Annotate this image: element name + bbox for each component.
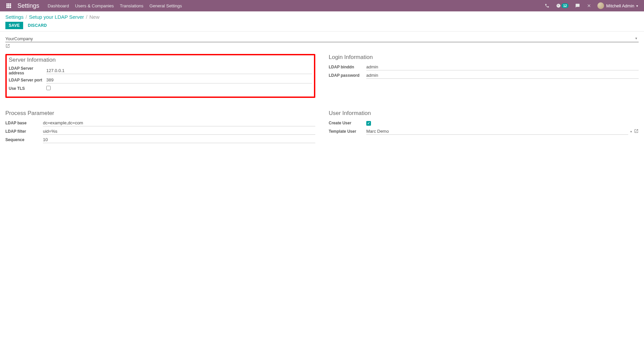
app-title[interactable]: Settings bbox=[14, 2, 45, 9]
discard-button[interactable]: Discard bbox=[25, 22, 50, 29]
breadcrumb-ldap[interactable]: Setup your LDAP Server bbox=[29, 14, 84, 20]
use-tls-row: Use TLS bbox=[9, 85, 312, 92]
svg-rect-3 bbox=[6, 5, 8, 6]
save-button[interactable]: Save bbox=[5, 22, 23, 29]
external-link-icon[interactable] bbox=[5, 44, 10, 49]
ldap-port-row: LDAP Server port bbox=[9, 76, 312, 84]
breadcrumb-sep: / bbox=[86, 14, 87, 20]
ldap-port-label: LDAP Server port bbox=[9, 78, 46, 82]
login-info-title: Login Information bbox=[329, 54, 639, 61]
bottom-columns: Process Parameter LDAP base LDAP filter … bbox=[5, 107, 639, 144]
ldap-port-input[interactable] bbox=[46, 77, 312, 83]
template-user-input[interactable] bbox=[366, 128, 628, 135]
control-panel: Settings / Setup your LDAP Server / New … bbox=[0, 11, 644, 32]
top-columns: Server Information LDAP Server address L… bbox=[5, 54, 639, 103]
ldap-address-row: LDAP Server address bbox=[9, 66, 312, 75]
caret-down-icon: ▾ bbox=[636, 4, 638, 8]
activity-badge: 12 bbox=[561, 3, 569, 8]
template-user-label: Template User bbox=[329, 129, 366, 134]
breadcrumb: Settings / Setup your LDAP Server / New bbox=[5, 14, 639, 20]
breadcrumb-sep: / bbox=[25, 14, 27, 20]
ldap-binddn-label: LDAP binddn bbox=[329, 65, 366, 69]
col-right-top: Login Information LDAP binddn LDAP passw… bbox=[329, 54, 639, 103]
navbar-right: 12 Mitchell Admin ▾ bbox=[541, 2, 641, 9]
ldap-binddn-row: LDAP binddn bbox=[329, 63, 639, 71]
create-user-row: Create User ✓ bbox=[329, 119, 639, 127]
svg-rect-4 bbox=[8, 5, 9, 6]
ldap-base-label: LDAP base bbox=[5, 121, 43, 125]
avatar bbox=[597, 2, 604, 9]
create-user-label: Create User bbox=[329, 121, 366, 125]
ldap-filter-label: LDAP filter bbox=[5, 129, 43, 134]
svg-rect-7 bbox=[8, 7, 9, 8]
form-sheet: Server Information LDAP Server address L… bbox=[0, 32, 644, 153]
activity-icon[interactable]: 12 bbox=[553, 3, 572, 8]
nav-dashboard[interactable]: Dashboard bbox=[45, 3, 72, 8]
svg-rect-6 bbox=[6, 7, 8, 8]
ldap-address-input[interactable] bbox=[46, 68, 312, 74]
ldap-address-label: LDAP Server address bbox=[9, 66, 46, 75]
use-tls-label: Use TLS bbox=[9, 86, 46, 91]
apps-icon[interactable] bbox=[3, 3, 14, 8]
sequence-input[interactable] bbox=[43, 137, 315, 143]
server-info-title: Server Information bbox=[9, 57, 312, 63]
ldap-password-input[interactable] bbox=[366, 72, 639, 79]
ldap-base-row: LDAP base bbox=[5, 119, 315, 127]
breadcrumb-current: New bbox=[90, 14, 100, 20]
col-left-top: Server Information LDAP Server address L… bbox=[5, 54, 315, 103]
company-input[interactable] bbox=[5, 36, 639, 42]
col-right-bottom: User Information Create User ✓ Template … bbox=[329, 110, 639, 144]
sequence-label: Sequence bbox=[5, 137, 43, 142]
ldap-binddn-input[interactable] bbox=[366, 64, 639, 70]
template-user-row: Template User ▾ bbox=[329, 128, 639, 135]
navbar: Settings Dashboard Users & Companies Tra… bbox=[0, 0, 644, 11]
phone-icon[interactable] bbox=[541, 3, 553, 8]
user-info-title: User Information bbox=[329, 110, 639, 117]
ldap-filter-row: LDAP filter bbox=[5, 128, 315, 135]
sequence-row: Sequence bbox=[5, 136, 315, 143]
external-link-icon[interactable] bbox=[634, 129, 639, 134]
nav-translations[interactable]: Translations bbox=[117, 3, 146, 8]
svg-rect-0 bbox=[6, 3, 8, 5]
nav-links: Dashboard Users & Companies Translations… bbox=[45, 3, 185, 8]
user-name: Mitchell Admin bbox=[606, 3, 634, 8]
col-left-bottom: Process Parameter LDAP base LDAP filter … bbox=[5, 110, 315, 144]
ldap-password-row: LDAP password bbox=[329, 72, 639, 79]
chevron-down-icon[interactable]: ▾ bbox=[630, 130, 632, 133]
close-icon[interactable] bbox=[583, 3, 595, 8]
svg-rect-2 bbox=[10, 3, 11, 5]
svg-rect-1 bbox=[8, 3, 9, 5]
server-info-group: Server Information LDAP Server address L… bbox=[5, 54, 315, 98]
create-user-checkbox[interactable]: ✓ bbox=[366, 121, 371, 126]
nav-general-settings[interactable]: General Settings bbox=[147, 3, 185, 8]
buttons-row: Save Discard bbox=[5, 22, 639, 29]
svg-rect-5 bbox=[10, 5, 11, 6]
ldap-filter-input[interactable] bbox=[43, 128, 315, 135]
company-field bbox=[5, 36, 639, 49]
ldap-base-input[interactable] bbox=[43, 120, 315, 126]
breadcrumb-settings[interactable]: Settings bbox=[5, 14, 23, 20]
nav-users-companies[interactable]: Users & Companies bbox=[72, 3, 117, 8]
svg-rect-8 bbox=[10, 7, 11, 8]
process-title: Process Parameter bbox=[5, 110, 315, 117]
user-menu[interactable]: Mitchell Admin ▾ bbox=[595, 2, 641, 9]
use-tls-checkbox[interactable] bbox=[46, 86, 51, 90]
messaging-icon[interactable] bbox=[572, 3, 583, 8]
ldap-password-label: LDAP password bbox=[329, 73, 366, 78]
